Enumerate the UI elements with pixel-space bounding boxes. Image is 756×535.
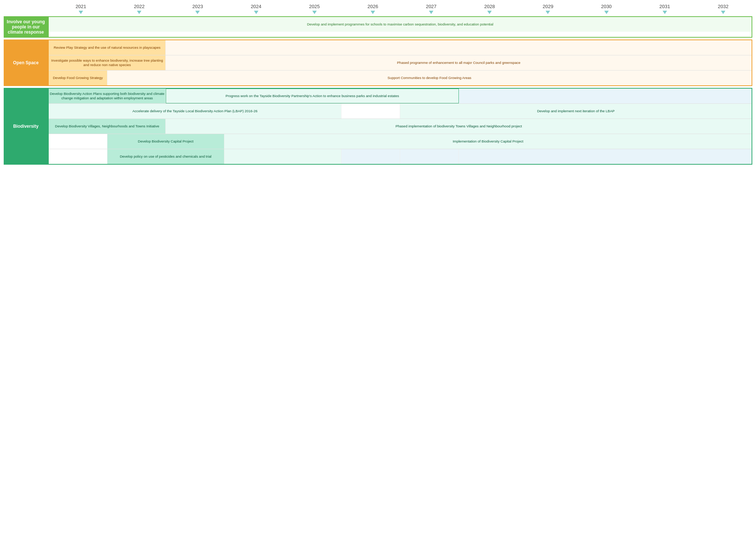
biodiversity-task-pesticides-empty-start	[49, 149, 107, 164]
arrow-row	[4, 11, 752, 14]
biodiversity-task-lbap-accelerate-text: Accelerate delivery of the Tayside Local…	[133, 109, 258, 113]
open-space-rows: Review Play Strategy and the use of natu…	[48, 40, 752, 86]
biodiversity-task-capital-empty-start	[49, 134, 107, 149]
year-2028: 2028	[460, 4, 519, 9]
arrow-2023	[168, 11, 227, 14]
open-space-task-food-communities-text: Support Communities to develop Food Grow…	[388, 76, 471, 80]
cat-label-open-space: Open Space	[4, 40, 48, 86]
open-space-task-play-strategy-text: Review Play Strategy and the use of natu…	[54, 45, 160, 50]
open-space-row-1: Review Play Strategy and the use of natu…	[49, 40, 752, 55]
open-space-task-food-strategy-text: Develop Food Growing Strategy	[53, 76, 103, 80]
biodiversity-row-1: Develop Biodiversity Action Plans suppor…	[49, 89, 752, 104]
biodiversity-row-3: Develop Biodiversity Villages, Neighbour…	[49, 119, 752, 134]
arrow-2025	[285, 11, 344, 14]
biodiversity-task-lbap-accelerate: Accelerate delivery of the Tayside Local…	[49, 104, 341, 119]
year-header-row: 2021 2022 2023 2024 2025 2026 2027 2028 …	[4, 4, 752, 9]
open-space-task-food-strategy: Develop Food Growing Strategy	[49, 71, 107, 85]
year-2023: 2023	[168, 4, 227, 9]
open-space-row-2: Investigate possible ways to enhance bio…	[49, 55, 752, 71]
arrow-icon-2023	[195, 11, 200, 14]
year-2032: 2032	[694, 4, 752, 9]
biodiversity-task-tayside-partnership-text: Progress work on the Tayside Biodiversit…	[226, 94, 399, 98]
year-2027: 2027	[402, 4, 460, 9]
arrow-icon-2028	[487, 11, 492, 14]
arrow-icon-2024	[254, 11, 258, 14]
arrow-icon-2026	[371, 11, 375, 14]
biodiversity-task-pesticides-blue3	[459, 149, 752, 164]
open-space-task-food-communities: Support Communities to develop Food Grow…	[107, 71, 752, 85]
section-biodiversity: Biodiversity Develop Biodiversity Action…	[4, 88, 752, 165]
arrow-icon-2031	[663, 11, 667, 14]
biodiversity-task-lbap-next: Develop and implement next iteration of …	[400, 104, 752, 119]
biodiversity-task-villages-phased: Phased implementation of biodiversity To…	[166, 119, 752, 134]
arrow-icon-2027	[429, 11, 433, 14]
open-space-task-play-empty	[166, 40, 752, 55]
arrow-2027	[402, 11, 460, 14]
arrow-2024	[227, 11, 285, 14]
cat-label-involve-young-text: Involve our young people in our climate …	[6, 19, 46, 35]
arrow-icon-2029	[546, 11, 550, 14]
arrow-icon-2025	[312, 11, 317, 14]
biodiversity-task-capital-implement: Implementation of Biodiversity Capital P…	[224, 134, 752, 149]
biodiversity-task-pesticides-trial	[224, 149, 341, 164]
year-2026: 2026	[344, 4, 402, 9]
biodiversity-task-pesticides-blue2	[400, 149, 459, 164]
biodiversity-task-pesticides-text: Develop policy on use of pesticides and …	[120, 154, 212, 159]
arrow-icon-2022	[137, 11, 141, 14]
year-2031: 2031	[636, 4, 694, 9]
year-2021: 2021	[52, 4, 110, 9]
section-involve-young: Involve our young people in our climate …	[4, 16, 752, 38]
year-2029: 2029	[519, 4, 577, 9]
biodiversity-task-action-plans: Develop Biodiversity Action Plans suppor…	[49, 89, 166, 103]
open-space-row-3: Develop Food Growing Strategy Support Co…	[49, 71, 752, 85]
biodiversity-rows: Develop Biodiversity Action Plans suppor…	[48, 88, 752, 165]
open-space-task-investigate-text: Investigate possible ways to enhance bio…	[49, 58, 165, 68]
biodiversity-task-action-plans-empty	[459, 89, 752, 103]
arrow-2032	[694, 11, 752, 14]
open-space-task-phased-parks-text: Phased programme of enhancement to all m…	[397, 61, 520, 65]
biodiversity-row-4: Develop Biodiversity Capital Project Imp…	[49, 134, 752, 149]
biodiversity-task-capital-develop: Develop Biodiversity Capital Project	[107, 134, 224, 149]
involve-young-row-1: Develop and implement programmes for sch…	[49, 17, 752, 32]
arrow-2021	[52, 11, 110, 14]
cat-label-open-space-text: Open Space	[13, 60, 38, 65]
biodiversity-task-pesticides: Develop policy on use of pesticides and …	[107, 149, 224, 164]
main-container: 2021 2022 2023 2024 2025 2026 2027 2028 …	[0, 0, 756, 174]
biodiversity-task-capital-implement-text: Implementation of Biodiversity Capital P…	[453, 139, 523, 144]
biodiversity-task-tayside-partnership: Progress work on the Tayside Biodiversit…	[166, 89, 458, 103]
biodiversity-task-lbap-next-text: Develop and implement next iteration of …	[537, 109, 615, 113]
involve-young-task-1: Develop and implement programmes for sch…	[49, 17, 752, 32]
biodiversity-task-pesticides-blue1	[341, 149, 400, 164]
arrow-2028	[460, 11, 519, 14]
cat-label-biodiversity: Biodiversity	[4, 88, 48, 165]
open-space-task-play-strategy: Review Play Strategy and the use of natu…	[49, 40, 166, 55]
cat-label-biodiversity-text: Biodiversity	[13, 124, 39, 129]
open-space-task-phased-parks: Phased programme of enhancement to all m…	[166, 55, 752, 70]
arrow-icon-2021	[79, 11, 83, 14]
arrow-icon-2032	[721, 11, 725, 14]
arrow-2030	[577, 11, 636, 14]
biodiversity-row-2: Accelerate delivery of the Tayside Local…	[49, 104, 752, 119]
biodiversity-row-5: Develop policy on use of pesticides and …	[49, 149, 752, 164]
biodiversity-task-action-plans-text: Develop Biodiversity Action Plans suppor…	[49, 92, 165, 101]
biodiversity-task-villages-phased-text: Phased implementation of biodiversity To…	[395, 124, 522, 128]
arrow-2029	[519, 11, 577, 14]
open-space-task-investigate: Investigate possible ways to enhance bio…	[49, 55, 166, 70]
biodiversity-task-villages: Develop Biodiversity Villages, Neighbour…	[49, 119, 166, 134]
arrow-icon-2030	[604, 11, 609, 14]
involve-young-task-1-text: Develop and implement programmes for sch…	[307, 22, 494, 27]
cat-label-involve-young: Involve our young people in our climate …	[4, 16, 48, 38]
arrow-2026	[344, 11, 402, 14]
year-2022: 2022	[110, 4, 168, 9]
biodiversity-task-capital-develop-text: Develop Biodiversity Capital Project	[138, 139, 193, 144]
biodiversity-task-lbap-gap	[341, 104, 400, 119]
involve-young-rows: Develop and implement programmes for sch…	[48, 16, 752, 38]
year-2024: 2024	[227, 4, 285, 9]
arrow-2031	[636, 11, 694, 14]
arrow-2022	[110, 11, 168, 14]
section-open-space: Open Space Review Play Strategy and the …	[4, 40, 752, 86]
year-2030: 2030	[577, 4, 636, 9]
biodiversity-task-villages-text: Develop Biodiversity Villages, Neighbour…	[55, 124, 159, 128]
year-2025: 2025	[285, 4, 344, 9]
timeline-layout: 2021 2022 2023 2024 2025 2026 2027 2028 …	[4, 4, 752, 167]
